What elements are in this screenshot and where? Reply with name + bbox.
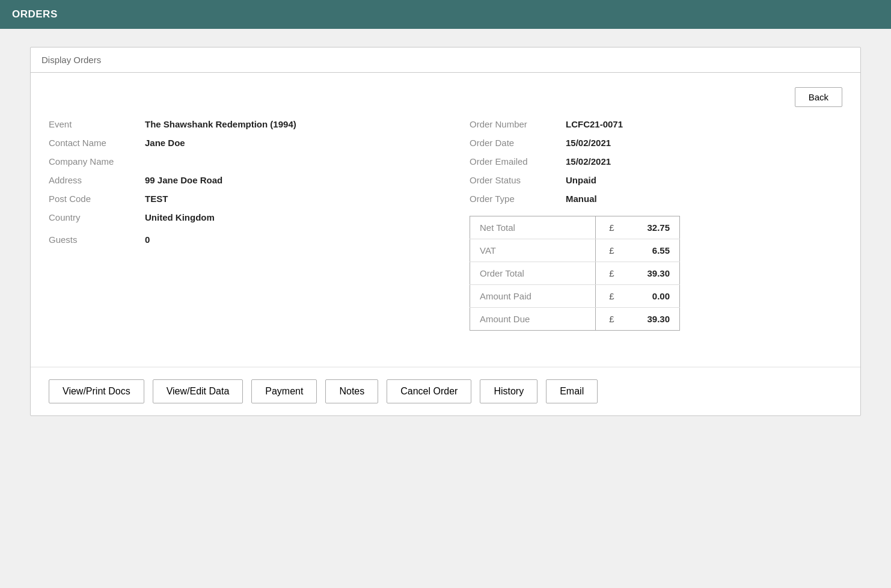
order-date-value: 15/02/2021 (566, 138, 611, 148)
details-grid: Event The Shawshank Redemption (1994) Co… (49, 119, 842, 331)
order-date-row: Order Date 15/02/2021 (470, 138, 842, 148)
totals-row: VAT£6.55 (470, 239, 680, 262)
page-title: ORDERS (12, 8, 58, 20)
order-number-value: LCFC21-0071 (566, 119, 623, 129)
back-button[interactable]: Back (795, 87, 842, 107)
totals-label: Amount Due (470, 308, 596, 331)
view-edit-data-button[interactable]: View/Edit Data (153, 379, 243, 403)
order-status-label: Order Status (470, 175, 566, 185)
footer-buttons: View/Print Docs View/Edit Data Payment N… (31, 367, 860, 415)
order-type-value: Manual (566, 194, 597, 204)
order-number-row: Order Number LCFC21-0071 (470, 119, 842, 129)
contact-name-label: Contact Name (49, 138, 145, 148)
display-orders-panel: Display Orders Back Event The Shawshank … (30, 47, 861, 416)
company-name-label: Company Name (49, 156, 145, 167)
contact-name-value: Jane Doe (145, 138, 185, 148)
payment-button[interactable]: Payment (251, 379, 317, 403)
back-row: Back (49, 87, 842, 107)
totals-amount: 32.75 (624, 216, 680, 239)
totals-row: Amount Paid£0.00 (470, 285, 680, 308)
notes-button[interactable]: Notes (325, 379, 378, 403)
order-date-label: Order Date (470, 138, 566, 148)
email-button[interactable]: Email (546, 379, 598, 403)
country-value: United Kingdom (145, 212, 215, 222)
left-column: Event The Shawshank Redemption (1994) Co… (49, 119, 445, 331)
company-name-row: Company Name (49, 156, 421, 167)
event-label: Event (49, 119, 145, 129)
event-row: Event The Shawshank Redemption (1994) (49, 119, 421, 129)
top-bar: ORDERS (0, 0, 891, 29)
totals-label: Amount Paid (470, 285, 596, 308)
contact-name-row: Contact Name Jane Doe (49, 138, 421, 148)
totals-label: VAT (470, 239, 596, 262)
panel-body: Back Event The Shawshank Redemption (199… (31, 73, 860, 349)
address-value: 99 Jane Doe Road (145, 175, 222, 185)
totals-table: Net Total£32.75VAT£6.55Order Total£39.30… (470, 216, 680, 331)
totals-currency: £ (595, 285, 623, 308)
right-column: Order Number LCFC21-0071 Order Date 15/0… (445, 119, 842, 331)
event-value: The Shawshank Redemption (1994) (145, 119, 296, 129)
guests-row: Guests 0 (49, 234, 421, 245)
totals-currency: £ (595, 262, 623, 285)
totals-row: Order Total£39.30 (470, 262, 680, 285)
totals-label: Order Total (470, 262, 596, 285)
order-type-label: Order Type (470, 194, 566, 204)
totals-row: Net Total£32.75 (470, 216, 680, 239)
totals-row: Amount Due£39.30 (470, 308, 680, 331)
totals-currency: £ (595, 239, 623, 262)
post-code-label: Post Code (49, 194, 145, 204)
address-row: Address 99 Jane Doe Road (49, 175, 421, 185)
order-emailed-row: Order Emailed 15/02/2021 (470, 156, 842, 167)
post-code-row: Post Code TEST (49, 194, 421, 204)
totals-amount: 39.30 (624, 262, 680, 285)
order-type-row: Order Type Manual (470, 194, 842, 204)
order-status-row: Order Status Unpaid (470, 175, 842, 185)
guests-label: Guests (49, 234, 145, 245)
post-code-value: TEST (145, 194, 168, 204)
order-number-label: Order Number (470, 119, 566, 129)
totals-currency: £ (595, 216, 623, 239)
totals-currency: £ (595, 308, 623, 331)
order-status-value: Unpaid (566, 175, 596, 185)
history-button[interactable]: History (480, 379, 537, 403)
order-emailed-label: Order Emailed (470, 156, 566, 167)
cancel-order-button[interactable]: Cancel Order (387, 379, 471, 403)
view-print-docs-button[interactable]: View/Print Docs (49, 379, 144, 403)
order-emailed-value: 15/02/2021 (566, 156, 611, 167)
totals-label: Net Total (470, 216, 596, 239)
address-label: Address (49, 175, 145, 185)
country-label: Country (49, 212, 145, 222)
totals-amount: 6.55 (624, 239, 680, 262)
guests-value: 0 (145, 234, 150, 245)
panel-title: Display Orders (41, 55, 101, 65)
panel-header: Display Orders (31, 47, 860, 73)
totals-amount: 0.00 (624, 285, 680, 308)
country-row: Country United Kingdom (49, 212, 421, 222)
totals-amount: 39.30 (624, 308, 680, 331)
